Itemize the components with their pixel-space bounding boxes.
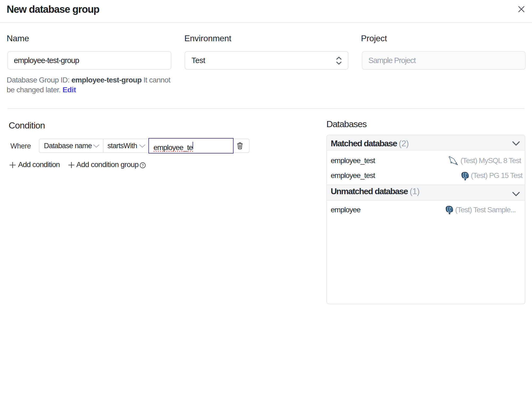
svg-text:?: ? <box>142 163 144 168</box>
